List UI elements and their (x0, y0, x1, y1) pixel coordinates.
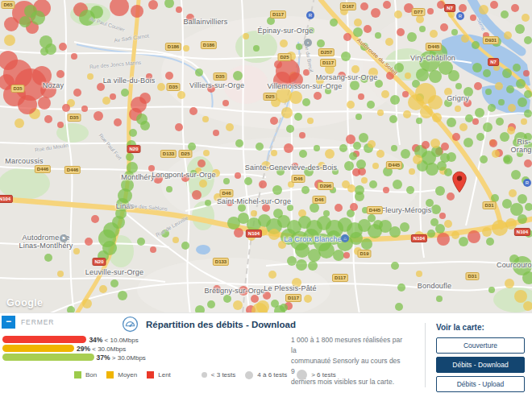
legend-item: Moyen (106, 371, 137, 379)
legend-circle-icon (202, 372, 207, 378)
stat-row: 37% > 30.0Mbps (2, 354, 146, 361)
stat-label: 29% < 30.0Mbps (77, 345, 126, 353)
map-view-button[interactable]: Débits - Upload (436, 376, 525, 392)
map-canvas[interactable]: BallainvilliersÉpinay-sur-OrgeViry-Châti… (0, 0, 532, 312)
panel-title: Répartition des débits - Download (146, 320, 296, 329)
legend-circle-icon (245, 371, 253, 379)
legend-item: Lent (147, 371, 171, 379)
legend-label: Bon (85, 371, 97, 379)
close-panel-label: FERMER (21, 318, 54, 326)
legend-label: 4 à 6 tests (257, 371, 287, 379)
sidebar-heading: Voir la carte: (436, 323, 525, 332)
stat-row: 34% < 10.0Mbps (2, 336, 146, 343)
stat-label: 37% > 30.0Mbps (97, 354, 146, 362)
legend-label: Moyen (118, 371, 137, 379)
stat-label: 34% < 10.0Mbps (89, 336, 138, 344)
stat-bar (2, 336, 86, 343)
legend-item: 4 à 6 tests (245, 371, 287, 379)
legend-item: < 3 tests (202, 371, 235, 379)
legend-square-icon (147, 371, 154, 379)
legend-label: Lent (158, 371, 171, 379)
map-base (0, 0, 532, 312)
panel-divider (425, 323, 426, 387)
legend-item: Bon (74, 371, 97, 379)
panel-header: Répartition des débits - Download (122, 316, 296, 333)
bottom-panel: − FERMER Répartition des débits - Downlo… (0, 312, 532, 393)
stat-row: 29% < 30.0Mbps (2, 345, 146, 352)
legend-square-icon (74, 371, 81, 379)
map-view-button[interactable]: Couverture (436, 337, 525, 354)
map-marker-pin-icon (452, 171, 467, 193)
speed-distribution-bars: 34% < 10.0Mbps29% < 30.0Mbps37% > 30.0Mb… (2, 336, 146, 362)
google-logo[interactable]: Google (6, 297, 43, 308)
legend-square-icon (106, 371, 114, 379)
legend-label: < 3 tests (211, 371, 235, 379)
stat-bar (2, 345, 74, 352)
minus-icon: − (2, 316, 15, 329)
stat-bar (2, 354, 94, 361)
close-panel-button[interactable]: − FERMER (2, 316, 54, 329)
measures-description: 1 000 à 1 800 mesures réalisées par la c… (291, 335, 404, 387)
speedometer-icon (122, 316, 139, 333)
map-view-sidebar: Voir la carte: CouvertureDébits - Downlo… (436, 323, 525, 393)
sensorly-map-app: BallainvilliersÉpinay-sur-OrgeViry-Châti… (0, 0, 532, 393)
map-view-button[interactable]: Débits - Download (436, 357, 525, 373)
